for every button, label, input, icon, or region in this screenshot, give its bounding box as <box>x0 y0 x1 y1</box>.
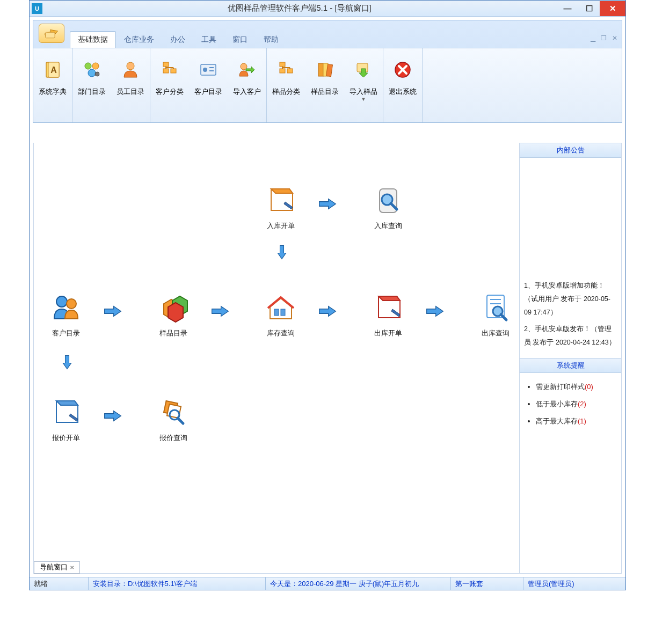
svg-rect-36 <box>274 309 279 316</box>
ribbon-tabs: 基础数据仓库业务办公工具窗口帮助 <box>70 20 622 48</box>
toolbar-系统字典[interactable]: A系统字典 <box>33 50 72 120</box>
toolbar-员工目录[interactable]: 员工目录 <box>111 50 150 120</box>
nav-label: 客户目录 <box>52 328 80 338</box>
mdi-minimize-icon[interactable]: ▁ <box>591 34 595 42</box>
window-title: 优图样品管理软件客户端5.1 - [导航窗口] <box>42 3 557 13</box>
dict-icon: A <box>43 60 62 79</box>
arrow-r-icon <box>426 304 444 319</box>
svg-point-35 <box>67 299 76 309</box>
in_query-icon <box>373 186 403 216</box>
mdi-restore-icon[interactable]: ❐ <box>601 34 607 42</box>
toolbar-label: 系统字典 <box>39 87 67 97</box>
minimize-button[interactable]: — <box>557 1 578 16</box>
exit-icon <box>393 60 412 79</box>
toolbar-label: 退出系统 <box>389 87 417 97</box>
reminder-item[interactable]: 低于最小库存(2) <box>536 396 617 413</box>
toolbar-客户目录[interactable]: 客户目录 <box>189 50 228 120</box>
cust-icon <box>51 293 81 323</box>
toolbar-导入样品[interactable]: 导入样品▼ <box>344 50 383 120</box>
status-bar: 就绪 安装目录：D:\优图软件5.1\客户端 今天是：2020-06-29 星期… <box>30 577 625 590</box>
toolbar-退出系统[interactable]: 退出系统 <box>383 50 422 120</box>
dock-tab-nav[interactable]: 导航窗口 ✕ <box>34 561 80 574</box>
nav-quote_query[interactable]: 报价查询 <box>149 398 198 443</box>
import-icon <box>237 60 257 79</box>
arrow-r-icon <box>104 304 122 319</box>
reminder-body: 需更新打印样式(0)低于最小库存(2)高于最大库存(1) <box>520 373 621 573</box>
nav-cust[interactable]: 客户目录 <box>42 293 90 338</box>
nav-out_create[interactable]: 出库开单 <box>364 293 412 338</box>
app-icon: U <box>32 3 42 14</box>
books-icon <box>315 60 334 79</box>
reminder-item[interactable]: 需更新打印样式(0) <box>536 378 617 396</box>
import2-icon <box>354 60 373 79</box>
out_query-icon <box>481 293 511 323</box>
nav-sample[interactable]: 样品目录 <box>149 293 198 338</box>
toolbar-样品分类[interactable]: 样品分类 <box>267 50 305 120</box>
sample-icon <box>158 293 188 323</box>
tab-4[interactable]: 窗口 <box>224 31 256 48</box>
tab-3[interactable]: 工具 <box>193 31 224 48</box>
tab-0[interactable]: 基础数据 <box>70 31 116 48</box>
arrow-d-icon <box>58 355 76 370</box>
maximize-button[interactable]: ☐ <box>578 1 600 16</box>
svg-rect-26 <box>318 63 323 76</box>
nav-label: 出库开单 <box>374 328 402 338</box>
nav-in_query[interactable]: 入库查询 <box>364 186 412 231</box>
toolbar-label: 客户目录 <box>194 87 222 97</box>
toolbar-样品目录[interactable]: 样品目录 <box>305 50 344 120</box>
dock-tab-close-icon[interactable]: ✕ <box>70 565 74 570</box>
emp-icon <box>121 60 140 79</box>
svg-rect-20 <box>280 62 285 67</box>
dock-tab-label: 导航窗口 <box>40 563 68 572</box>
reminder-count: (2) <box>578 400 586 408</box>
nav-stock[interactable]: 库存查询 <box>257 293 305 338</box>
notice-header: 内部公告 <box>520 143 621 158</box>
dept-icon <box>82 60 101 79</box>
svg-text:A: A <box>50 65 57 75</box>
notice-body: 1、手机安卓版增加功能！（试用用户 发布于 2020-05-09 17:47）2… <box>520 158 621 358</box>
status-user: 管理员(管理员) <box>523 577 625 590</box>
status-account: 第一账套 <box>451 577 523 590</box>
tab-1[interactable]: 仓库业务 <box>116 31 162 48</box>
reminder-count: (0) <box>585 383 593 391</box>
svg-rect-0 <box>46 32 55 38</box>
title-bar: U 优图样品管理软件客户端5.1 - [导航窗口] — ☐ ✕ <box>30 1 625 17</box>
quote_query-icon <box>158 398 188 428</box>
reminder-header: 系统提醒 <box>520 358 621 373</box>
tab-2[interactable]: 办公 <box>162 31 193 48</box>
toolbar-label: 导入客户 <box>233 87 261 97</box>
arrow-d-icon <box>273 245 291 260</box>
nav-label: 报价查询 <box>159 433 187 443</box>
sidebar: 内部公告 1、手机安卓版增加功能！（试用用户 发布于 2020-05-09 17… <box>520 143 622 574</box>
notice-item[interactable]: 2、手机安卓版发布！（管理员 发布于 2020-04-24 12:43） <box>524 323 617 349</box>
svg-rect-21 <box>280 69 285 73</box>
cat-icon <box>276 60 296 79</box>
app-menu-button[interactable] <box>39 24 64 43</box>
quote_create-icon <box>51 398 81 428</box>
toolbar-客户分类[interactable]: 客户分类 <box>150 50 189 120</box>
nav-in_create[interactable]: 入库开单 <box>257 186 305 231</box>
close-button[interactable]: ✕ <box>600 1 625 16</box>
toolbar-部门目录[interactable]: 部门目录 <box>72 50 111 120</box>
arrow-r-icon <box>211 304 229 319</box>
svg-rect-9 <box>163 62 169 67</box>
mdi-child-buttons: ▁ ❐ ✕ <box>591 34 617 42</box>
nav-out_query[interactable]: 出库查询 <box>471 293 520 338</box>
nav-quote_create[interactable]: 报价开单 <box>42 398 90 443</box>
reminder-item[interactable]: 高于最大库存(1) <box>536 413 617 430</box>
toolbar-导入客户[interactable]: 导入客户 <box>228 50 266 120</box>
cat-icon <box>160 60 179 79</box>
navigation-canvas: 入库开单入库查询客户目录样品目录库存查询出库开单出库查询报价开单报价查询 <box>33 143 520 574</box>
svg-line-42 <box>501 314 506 320</box>
nav-label: 出库查询 <box>482 328 510 338</box>
in_create-icon <box>266 186 296 216</box>
tab-5[interactable]: 帮助 <box>256 31 287 48</box>
nav-label: 报价开单 <box>52 433 80 443</box>
toolbar-label: 导入样品 <box>350 87 377 97</box>
arrow-r-icon <box>318 304 337 319</box>
svg-point-16 <box>203 68 207 72</box>
svg-point-34 <box>56 296 67 307</box>
arrow-r-icon <box>318 196 337 211</box>
mdi-close-icon[interactable]: ✕ <box>612 34 617 42</box>
notice-item[interactable]: 1、手机安卓版增加功能！（试用用户 发布于 2020-05-09 17:47） <box>524 279 617 319</box>
